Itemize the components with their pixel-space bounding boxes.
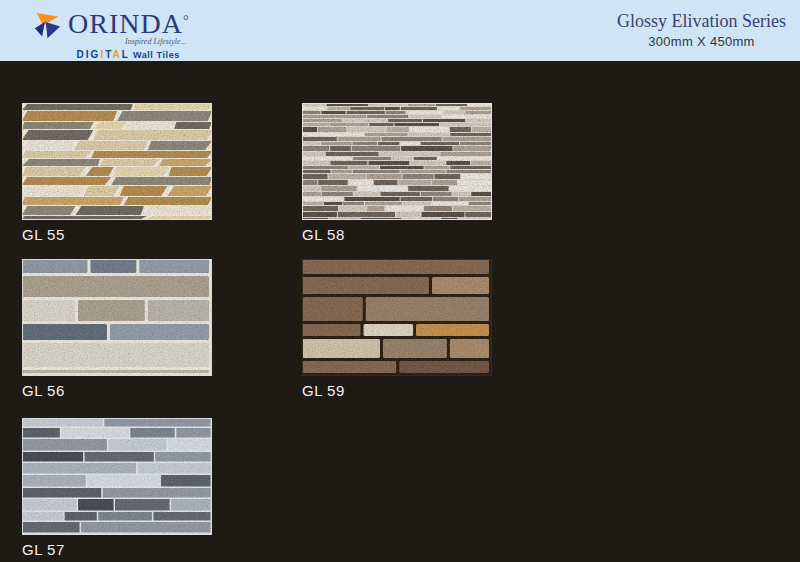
brand-block: ORINDA° Inspired Lifestyle... DIGITALWal… bbox=[34, 5, 189, 60]
series-info: Glossy Elivation Series 300mm X 450mm bbox=[617, 5, 786, 49]
orinda-logo-icon bbox=[34, 11, 61, 42]
catalog-page: ORINDA° Inspired Lifestyle... DIGITALWal… bbox=[0, 0, 800, 562]
digital-wordmark: DIGITAL bbox=[77, 49, 130, 60]
brand-subtitle: DIGITALWall Tiles bbox=[77, 49, 180, 60]
tile-code: GL 58 bbox=[302, 227, 492, 243]
brand-tagline: Inspired Lifestyle... bbox=[125, 37, 186, 46]
wall-tiles-label: Wall Tiles bbox=[133, 50, 180, 60]
header: ORINDA° Inspired Lifestyle... DIGITALWal… bbox=[0, 0, 800, 61]
tile-code: GL 55 bbox=[22, 227, 212, 243]
series-size: 300mm X 450mm bbox=[617, 34, 786, 49]
brand-name: ORINDA° bbox=[68, 7, 189, 37]
tile-image-gl57 bbox=[22, 418, 212, 535]
brand-mark: ° bbox=[183, 13, 189, 28]
tile-card-gl55: GL 55 bbox=[22, 103, 212, 243]
tile-code: GL 57 bbox=[22, 542, 212, 558]
tile-code: GL 59 bbox=[302, 383, 492, 399]
series-title: Glossy Elivation Series bbox=[617, 11, 786, 32]
tile-card-gl56: GL 56 bbox=[22, 259, 212, 399]
tile-card-gl58: GL 58 bbox=[302, 103, 492, 243]
tile-image-gl58 bbox=[302, 103, 492, 220]
tile-code: GL 56 bbox=[22, 383, 212, 399]
tile-image-gl56 bbox=[22, 259, 212, 376]
tile-image-gl55 bbox=[22, 103, 212, 220]
tile-card-gl57: GL 57 bbox=[22, 418, 212, 558]
brand-text: ORINDA° Inspired Lifestyle... DIGITALWal… bbox=[68, 7, 189, 60]
tile-card-gl59: GL 59 bbox=[302, 259, 492, 399]
tile-image-gl59 bbox=[302, 259, 492, 376]
